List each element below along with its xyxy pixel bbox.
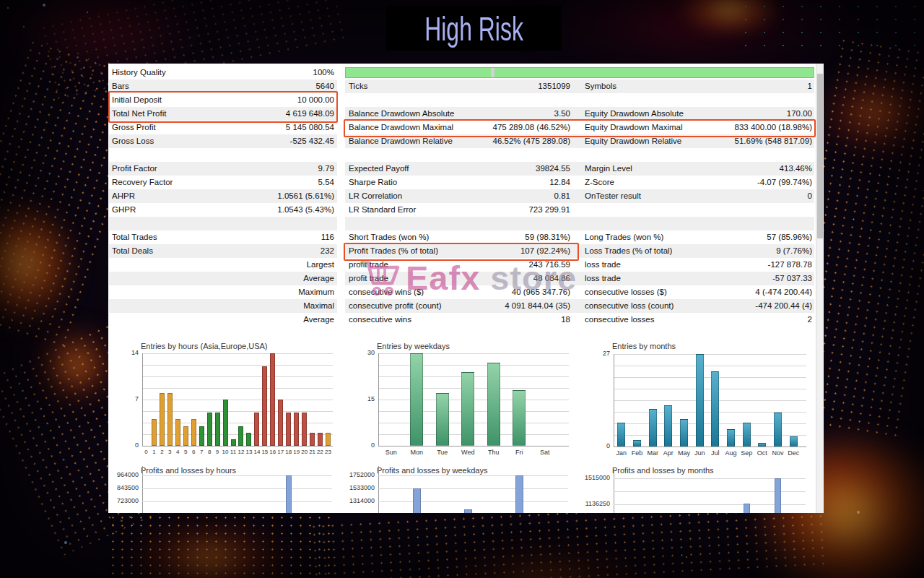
y-axis-tick-label: 1752000 (345, 471, 375, 478)
chart-bar (231, 439, 236, 446)
y-axis-tick-label: 14 (116, 349, 139, 356)
chart-title: Profits and losses by months (612, 466, 714, 475)
chart-gridline (143, 365, 333, 366)
stat-label: consecutive wins ($) (349, 285, 424, 299)
chart-bar (270, 353, 275, 446)
chart-bar (318, 433, 323, 446)
x-axis-tick-label: Mon (406, 449, 427, 456)
chart-gridline (379, 365, 569, 366)
chart-gridline (614, 389, 806, 389)
stat-value: Maximal (303, 299, 334, 313)
stat-label: Margin Level (585, 162, 632, 176)
stat-label: consecutive losses ($) (585, 285, 667, 299)
chart-bar (617, 423, 625, 447)
chart-gridline (378, 501, 568, 502)
stat-value: 5.54 (318, 176, 334, 189)
chart-bar (790, 436, 798, 447)
stat-row-left: Maximal (109, 299, 337, 313)
stat-row-left: Total Deals232 (109, 244, 337, 258)
chart-gridline (614, 366, 806, 366)
stat-row-left: AHPR1.0561 (5.61%) (109, 189, 337, 203)
chart-bar (215, 413, 220, 446)
stat-label: Total Deals (112, 244, 153, 258)
stat-row-right: consecutive wins ($)40 (965 347.76)conse… (345, 285, 814, 299)
chart-y-axis (378, 466, 379, 513)
highlight-box-balance-drawdown-maximal (344, 119, 816, 137)
chart-bar (175, 419, 180, 446)
chart-bar (774, 413, 782, 447)
stat-value: 100% (313, 66, 334, 79)
stat-label: consecutive losses (585, 313, 655, 327)
x-axis-tick-label: Fri (508, 449, 530, 456)
chart-bar (183, 426, 188, 446)
stat-label: LR Correlation (349, 189, 402, 203)
stat-value: Largest (307, 258, 334, 272)
stat-value: Average (303, 313, 334, 327)
x-axis-tick-label: Dec (783, 449, 804, 457)
stat-row-left: Average (109, 272, 337, 285)
y-axis-tick-label: 0 (116, 441, 139, 449)
stat-value: 1 (808, 79, 812, 93)
chart-bar (487, 363, 500, 446)
background-dot-streak (736, 0, 924, 58)
chart-gridline (614, 377, 806, 378)
chart-bar (513, 390, 526, 446)
stat-label: loss trade (585, 272, 621, 285)
stat-label: AHPR (112, 189, 135, 203)
stat-row-left: History Quality100% (109, 66, 337, 79)
quality-bar-fill (346, 68, 491, 77)
title-banner: High Risk (386, 6, 562, 51)
stat-label: LR Standard Error (349, 203, 416, 217)
chart-bar (664, 405, 672, 447)
stat-label: GHPR (112, 203, 136, 217)
chart-bar (649, 409, 657, 447)
chart-gridline (379, 353, 569, 354)
chart-bar (515, 475, 523, 513)
stat-value: 48 084.86 (533, 272, 570, 285)
stat-row: Recovery Factor5.54Sharpe Ratio12.84Z-Sc… (108, 176, 816, 189)
stat-value: 9 (7.76%) (776, 244, 812, 258)
stat-label: profit trade (349, 272, 388, 285)
scrollbar-thumb[interactable] (817, 74, 823, 238)
chart-bar (254, 413, 259, 446)
stat-value: -57 037.33 (772, 272, 812, 285)
chart-bar (758, 443, 766, 447)
stat-label: Gross Loss (112, 134, 154, 148)
stat-row-left: Gross Loss-525 432.45 (109, 134, 337, 148)
chart-gridline (614, 400, 806, 401)
stat-row-left (109, 148, 337, 162)
chart-gridline (142, 488, 332, 489)
y-axis-tick-label: 1136250 (580, 500, 610, 507)
stat-value: 12.84 (549, 176, 570, 189)
background-glow (661, 0, 798, 43)
stat-value: 18 (561, 313, 570, 327)
report-scrollbar[interactable] (816, 64, 824, 513)
chart-title: Entries by weekdays (377, 342, 450, 350)
stat-row (108, 148, 816, 162)
y-axis-tick-label: 843500 (109, 484, 139, 491)
stat-row: Profit Factor9.79Expected Payoff39824.55… (108, 162, 816, 176)
chart-bar (167, 393, 173, 446)
chart-bar (278, 400, 283, 446)
chart-gridline (614, 354, 806, 355)
stat-value: 4 (-474 200.44) (755, 285, 812, 299)
stat-label: Loss Trades (% of total) (585, 244, 672, 258)
chart-bar (633, 440, 641, 447)
quality-bar-fill (494, 68, 814, 77)
y-axis-tick-label: 1533000 (345, 484, 375, 491)
stat-label: Recovery Factor (112, 176, 173, 189)
background-glow (390, 535, 700, 578)
chart-y-axis (142, 466, 143, 513)
stat-row-right: consecutive wins18consecutive losses2 (345, 313, 814, 327)
stat-value: Maximum (298, 285, 334, 299)
stat-value: 39824.55 (536, 162, 570, 176)
stat-value: 40 (965 347.76) (512, 285, 570, 299)
stat-row: Averageprofit trade48 084.86loss trade-5… (108, 272, 816, 285)
chart-bar (310, 433, 315, 446)
stat-value: 57 (85.96%) (767, 230, 812, 244)
chart-bar (436, 393, 449, 446)
chart-gridline (142, 475, 332, 476)
stat-label: loss trade (585, 258, 621, 272)
screenshot-root: High Risk History Quality100%Bars5640Tic… (0, 0, 924, 578)
stat-label: Z-Score (585, 176, 614, 189)
